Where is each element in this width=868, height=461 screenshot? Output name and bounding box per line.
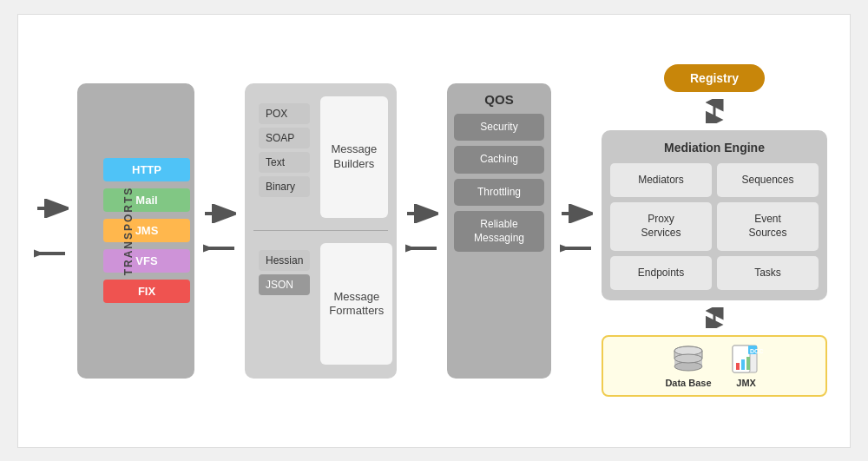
med-mediators: Mediators xyxy=(610,163,712,198)
arrow-from-mediation xyxy=(560,239,593,258)
msg-binary: Binary xyxy=(259,176,310,197)
jmx-icon: DOC xyxy=(729,344,764,374)
transports-items: HTTP Mail JMS VFS FIX xyxy=(103,158,190,303)
svg-rect-21 xyxy=(746,357,750,370)
med-tasks: Tasks xyxy=(717,256,819,291)
qos-throttling: Throttling xyxy=(454,179,544,207)
qos-title: QOS xyxy=(454,92,544,107)
registry-box: Registry xyxy=(664,64,765,92)
mediation-block: Mediation Engine Mediators Sequences Pro… xyxy=(602,130,827,300)
med-proxy-services: ProxyServices xyxy=(610,202,712,250)
transport-fix: FIX xyxy=(103,280,190,303)
msg-text: Text xyxy=(259,152,310,173)
message-builders-label: MessageBuilders xyxy=(320,96,389,218)
msg-divider xyxy=(253,230,388,232)
qos-caching: Caching xyxy=(454,146,544,174)
arrow-to-mediation xyxy=(560,204,593,223)
builder-items: POX SOAP Text Binary xyxy=(253,96,315,218)
outgoing-arrow xyxy=(34,244,67,263)
message-formatters-label: MessageFormatters xyxy=(320,243,392,365)
jmx-label: JMX xyxy=(736,378,756,388)
registry-arrow xyxy=(705,99,724,123)
med-sequences: Sequences xyxy=(717,163,819,198)
med-event-sources: EventSources xyxy=(717,202,819,250)
med-endpoints: Endpoints xyxy=(610,256,712,291)
arrow-from-messages xyxy=(203,239,236,258)
svg-rect-19 xyxy=(736,363,740,370)
database-icon xyxy=(671,344,706,374)
arrow-from-qos xyxy=(405,239,438,258)
qos-reliable-messaging: ReliableMessaging xyxy=(454,211,544,252)
message-block: POX SOAP Text Binary MessageBuilders Hes… xyxy=(245,83,397,379)
arrow-to-qos xyxy=(405,204,438,223)
transport-jms: JMS xyxy=(103,219,190,242)
msg-hessian: Hessian xyxy=(259,250,310,271)
svg-rect-20 xyxy=(741,359,745,370)
svg-text:DOC: DOC xyxy=(750,348,764,354)
db-arrow xyxy=(705,307,724,328)
msg-pox: POX xyxy=(259,103,310,124)
msg-json: JSON xyxy=(259,274,310,295)
svg-point-14 xyxy=(674,354,702,363)
mediation-engine-title: Mediation Engine xyxy=(610,141,819,155)
jmx-item: DOC JMX xyxy=(729,344,764,388)
transport-http: HTTP xyxy=(103,158,190,181)
mediation-grid: Mediators Sequences ProxyServices EventS… xyxy=(610,163,819,290)
transport-vfs: VFS xyxy=(103,249,190,273)
transports-label: TRANSPORTS xyxy=(122,186,135,275)
incoming-arrow xyxy=(36,199,69,218)
transport-mail: Mail xyxy=(103,188,190,212)
qos-block: QOS Security Caching Throttling Reliable… xyxy=(447,83,551,379)
msg-soap: SOAP xyxy=(259,128,310,148)
formatter-items: Hessian JSON xyxy=(253,243,315,365)
database-label: Data Base xyxy=(665,378,711,388)
architecture-diagram: TRANSPORTS HTTP Mail JMS VFS FIX xyxy=(17,14,851,448)
database-section: Data Base DOC JMX xyxy=(602,335,827,397)
qos-security: Security xyxy=(454,114,544,142)
database-item: Data Base xyxy=(665,344,711,388)
transports-block: TRANSPORTS HTTP Mail JMS VFS FIX xyxy=(77,75,194,387)
arrow-to-messages xyxy=(203,204,236,223)
mediation-wrapper: Registry Mediation Engine Mediators Sequ… xyxy=(602,64,827,397)
